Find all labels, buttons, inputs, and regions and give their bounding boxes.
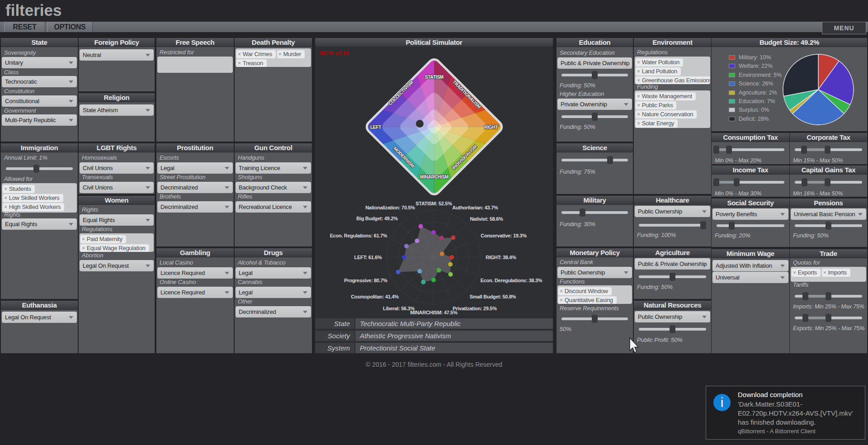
svg-text:STATISM: STATISM bbox=[425, 75, 443, 80]
svg-text:MINARCHISM: MINARCHISM bbox=[420, 175, 448, 180]
svg-text:RIGHT: 38.4%: RIGHT: 38.4% bbox=[486, 255, 516, 260]
svg-text:Econ. Deregulations: 38.3%: Econ. Deregulations: 38.3% bbox=[481, 278, 542, 283]
svg-text:Small Budget: 50.8%: Small Budget: 50.8% bbox=[470, 294, 516, 299]
svg-text:Big Budget: 49.2%: Big Budget: 49.2% bbox=[356, 216, 398, 221]
svg-text:MINARCHISM: 47.5%: MINARCHISM: 47.5% bbox=[410, 310, 458, 315]
svg-text:Progressive: 80.7%: Progressive: 80.7% bbox=[344, 278, 387, 283]
svg-text:Nationalization: 70.5%: Nationalization: 70.5% bbox=[365, 205, 415, 210]
svg-text:Cosmopolitan: 41.4%: Cosmopolitan: 41.4% bbox=[351, 294, 399, 299]
svg-text:LEFT: LEFT bbox=[370, 125, 381, 130]
svg-text:Liberal: 56.3%: Liberal: 56.3% bbox=[383, 306, 415, 311]
svg-text:Authoritarian: 43.7%: Authoritarian: 43.7% bbox=[453, 205, 498, 210]
svg-text:Privatization: 29.5%: Privatization: 29.5% bbox=[453, 306, 497, 311]
svg-text:RIGHT: RIGHT bbox=[484, 125, 498, 130]
svg-text:Nativist: 58.6%: Nativist: 58.6% bbox=[470, 216, 503, 222]
svg-text:STATISM: 52.5%: STATISM: 52.5% bbox=[415, 201, 452, 206]
svg-text:Conservative: 19.3%: Conservative: 19.3% bbox=[481, 233, 527, 238]
svg-text:LEFT: 61.6%: LEFT: 61.6% bbox=[354, 255, 382, 260]
svg-text:Econ. Regulations: 61.7%: Econ. Regulations: 61.7% bbox=[330, 233, 387, 238]
